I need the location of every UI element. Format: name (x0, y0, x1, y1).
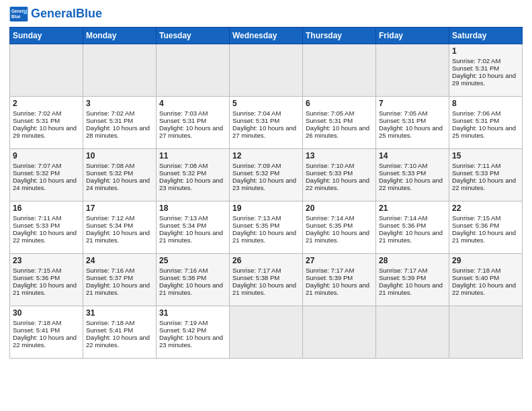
calendar-cell: 3Sunrise: 7:02 AMSunset: 5:31 PMDaylight… (83, 97, 157, 149)
day-number: 22 (452, 203, 519, 213)
sunrise-label: Sunrise: 7:02 AM (13, 109, 61, 117)
sunset-label: Sunset: 5:31 PM (13, 117, 60, 124)
logo-icon: General Blue (9, 7, 28, 21)
sunset-label: Sunset: 5:34 PM (159, 222, 206, 229)
sunrise-label: Sunrise: 7:17 AM (306, 267, 354, 274)
sunrise-label: Sunrise: 7:03 AM (159, 109, 208, 117)
sunset-label: Sunset: 5:41 PM (86, 326, 133, 334)
daylight-label: Daylight: 10 hours and 21 minutes. (306, 229, 369, 244)
sunrise-label: Sunrise: 7:02 AM (86, 109, 134, 117)
day-number: 12 (232, 151, 300, 161)
day-number: 31 (86, 308, 153, 318)
day-number: 20 (306, 203, 373, 213)
daylight-label: Daylight: 10 hours and 22 minutes. (86, 334, 150, 349)
day-number: 24 (86, 256, 153, 265)
daylight-label: Daylight: 10 hours and 21 minutes. (379, 229, 443, 244)
calendar-cell: 13Sunrise: 7:10 AMSunset: 5:33 PMDayligh… (303, 149, 376, 201)
calendar-cell: 29Sunrise: 7:18 AMSunset: 5:40 PMDayligh… (449, 254, 523, 306)
calendar-cell: 20Sunrise: 7:14 AMSunset: 5:35 PMDayligh… (303, 201, 376, 254)
daylight-label: Daylight: 10 hours and 27 minutes. (232, 124, 296, 139)
calendar-cell: 21Sunrise: 7:14 AMSunset: 5:36 PMDayligh… (376, 201, 449, 254)
calendar-cell (449, 306, 523, 359)
daylight-label: Daylight: 10 hours and 22 minutes. (452, 281, 516, 296)
day-number: 26 (232, 256, 300, 265)
logo-blue: Blue (76, 7, 102, 20)
sunrise-label: Sunrise: 7:13 AM (159, 214, 208, 222)
daylight-label: Daylight: 10 hours and 21 minutes. (452, 229, 516, 244)
calendar-header: Sunday Monday Tuesday Wednesday Thursday… (10, 28, 523, 44)
day-number: 5 (232, 99, 300, 108)
daylight-label: Daylight: 10 hours and 23 minutes. (159, 334, 223, 349)
calendar-cell: 23Sunrise: 7:15 AMSunset: 5:36 PMDayligh… (10, 254, 83, 306)
calendar-cell: 5Sunrise: 7:04 AMSunset: 5:31 PMDaylight… (230, 97, 303, 149)
daylight-label: Daylight: 10 hours and 24 minutes. (13, 177, 77, 191)
calendar-week-row: 23Sunrise: 7:15 AMSunset: 5:36 PMDayligh… (10, 254, 523, 306)
page-container: General Blue GeneralBlue Sunday Monday T… (0, 0, 532, 364)
calendar-cell: 8Sunrise: 7:06 AMSunset: 5:31 PMDaylight… (449, 97, 523, 149)
col-thursday: Thursday (303, 28, 376, 44)
calendar-cell: 28Sunrise: 7:17 AMSunset: 5:39 PMDayligh… (376, 254, 449, 306)
day-number: 8 (452, 99, 519, 108)
calendar-cell: 11Sunrise: 7:08 AMSunset: 5:32 PMDayligh… (157, 149, 230, 201)
sunset-label: Sunset: 5:32 PM (13, 169, 60, 177)
sunset-label: Sunset: 5:32 PM (86, 169, 133, 177)
sunset-label: Sunset: 5:36 PM (379, 222, 426, 229)
sunset-label: Sunset: 5:32 PM (159, 169, 206, 177)
calendar-week-row: 30Sunrise: 7:18 AMSunset: 5:41 PMDayligh… (10, 306, 523, 359)
calendar-cell: 17Sunrise: 7:12 AMSunset: 5:34 PMDayligh… (83, 201, 157, 254)
day-number: 7 (379, 99, 446, 108)
calendar-cell: 6Sunrise: 7:05 AMSunset: 5:31 PMDaylight… (303, 97, 376, 149)
day-number: 28 (379, 256, 446, 265)
sunrise-label: Sunrise: 7:05 AM (379, 109, 427, 117)
calendar-week-row: 2Sunrise: 7:02 AMSunset: 5:31 PMDaylight… (10, 97, 523, 149)
day-number: 4 (159, 99, 226, 108)
sunrise-label: Sunrise: 7:08 AM (86, 162, 134, 169)
sunset-label: Sunset: 5:38 PM (159, 274, 206, 281)
day-number: 3 (86, 99, 153, 108)
calendar-cell: 16Sunrise: 7:11 AMSunset: 5:33 PMDayligh… (10, 201, 83, 254)
calendar-cell (230, 44, 303, 97)
sunset-label: Sunset: 5:41 PM (13, 326, 60, 334)
daylight-label: Daylight: 10 hours and 21 minutes. (86, 281, 150, 296)
sunrise-label: Sunrise: 7:06 AM (452, 109, 500, 117)
day-number: 23 (13, 256, 80, 265)
daylight-label: Daylight: 10 hours and 21 minutes. (232, 229, 296, 244)
day-number: 30 (13, 308, 80, 318)
calendar-cell: 14Sunrise: 7:10 AMSunset: 5:33 PMDayligh… (376, 149, 449, 201)
sunrise-label: Sunrise: 7:16 AM (159, 267, 208, 274)
day-number: 31 (159, 308, 226, 318)
sunset-label: Sunset: 5:40 PM (452, 274, 499, 281)
sunrise-label: Sunrise: 7:10 AM (379, 162, 427, 169)
calendar-cell: 22Sunrise: 7:15 AMSunset: 5:36 PMDayligh… (449, 201, 523, 254)
sunrise-label: Sunrise: 7:17 AM (232, 267, 281, 274)
calendar-cell: 18Sunrise: 7:13 AMSunset: 5:34 PMDayligh… (157, 201, 230, 254)
calendar-cell: 1Sunrise: 7:02 AMSunset: 5:31 PMDaylight… (449, 44, 523, 97)
sunset-label: Sunset: 5:39 PM (306, 274, 353, 281)
sunset-label: Sunset: 5:35 PM (232, 222, 279, 229)
sunset-label: Sunset: 5:31 PM (86, 117, 133, 124)
day-number: 27 (306, 256, 373, 265)
calendar-cell: 4Sunrise: 7:03 AMSunset: 5:31 PMDaylight… (157, 97, 230, 149)
daylight-label: Daylight: 10 hours and 21 minutes. (159, 229, 223, 244)
calendar-cell (157, 44, 230, 97)
calendar-week-row: 9Sunrise: 7:07 AMSunset: 5:32 PMDaylight… (10, 149, 523, 201)
calendar-cell (83, 44, 157, 97)
sunrise-label: Sunrise: 7:10 AM (306, 162, 354, 169)
sunset-label: Sunset: 5:33 PM (452, 169, 499, 177)
sunset-label: Sunset: 5:33 PM (306, 169, 353, 177)
daylight-label: Daylight: 10 hours and 22 minutes. (306, 177, 369, 191)
sunrise-label: Sunrise: 7:18 AM (86, 319, 134, 326)
daylight-label: Daylight: 10 hours and 21 minutes. (13, 281, 77, 296)
daylight-label: Daylight: 10 hours and 23 minutes. (232, 177, 296, 191)
day-number: 1 (452, 46, 519, 56)
calendar-cell: 25Sunrise: 7:16 AMSunset: 5:38 PMDayligh… (157, 254, 230, 306)
calendar-week-row: 1Sunrise: 7:02 AMSunset: 5:31 PMDaylight… (10, 44, 523, 97)
daylight-label: Daylight: 10 hours and 22 minutes. (13, 229, 77, 244)
col-wednesday: Wednesday (230, 28, 303, 44)
day-number: 9 (13, 151, 80, 161)
daylight-label: Daylight: 10 hours and 22 minutes. (379, 177, 443, 191)
daylight-label: Daylight: 10 hours and 21 minutes. (159, 281, 223, 296)
sunset-label: Sunset: 5:36 PM (13, 274, 60, 281)
day-number: 11 (159, 151, 226, 161)
logo-text: GeneralBlue (31, 7, 102, 21)
